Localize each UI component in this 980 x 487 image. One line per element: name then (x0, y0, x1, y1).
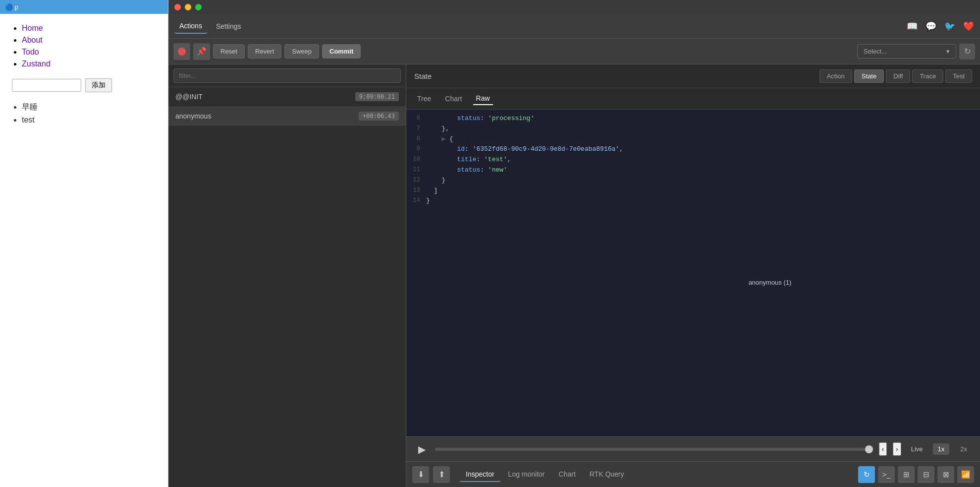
action-name-init: @@INIT (175, 93, 203, 101)
devtools-panel: Actions Settings 📖 💬 🐦 ❤️ 📌 Reset Revert… (168, 0, 980, 487)
app-title: 🔵 p (5, 3, 18, 11)
right-panel: State Action State Diff Trace Test Tree … (406, 64, 980, 487)
right-panel-header: State Action State Diff Trace Test (406, 64, 980, 88)
terminal-icon-button[interactable]: >_ (878, 466, 895, 483)
todo-list: 早睡test (12, 102, 156, 124)
action-time-anonymous: +00:06.43 (359, 112, 399, 121)
select-placeholder: Select... (864, 48, 887, 55)
play-button[interactable]: ▶ (414, 442, 429, 457)
tab-action[interactable]: Action (819, 69, 852, 83)
bottom-tab-rtk-query[interactable]: RTK Query (584, 467, 630, 482)
close-traffic-light[interactable] (174, 4, 181, 10)
maximize-traffic-light[interactable] (195, 4, 202, 10)
filter-bar (168, 64, 406, 87)
view-tab-tree[interactable]: Tree (414, 93, 434, 105)
select-container: Select... ▾ ↻ (857, 44, 975, 60)
nav-link-home[interactable]: Home (22, 24, 43, 32)
live-button[interactable]: Live (907, 443, 927, 455)
code-line-9: 9 id: '6352fd68-90c9-4d20-9e8d-7e0eaba89… (406, 144, 980, 155)
filter-input[interactable] (173, 68, 401, 83)
progress-thumb (865, 445, 873, 453)
add-todo-row: 添加 (12, 78, 156, 92)
commit-button[interactable]: Commit (322, 44, 361, 59)
bottom-tab-inspector[interactable]: Inspector (460, 467, 500, 482)
upload-button[interactable]: ⬆ (433, 466, 450, 483)
action-list: @@INIT 9:09:00.21 anonymous +00:06.43 (168, 64, 406, 487)
code-line-8: 8 ▶ { (406, 134, 980, 145)
add-button[interactable]: 添加 (85, 78, 112, 92)
nav-list: HomeAboutTodoZustand (12, 24, 156, 68)
panel-title: State (414, 72, 432, 80)
action-item-anonymous[interactable]: anonymous +00:06.43 (168, 107, 406, 126)
speed-1x-button[interactable]: 1x (933, 443, 950, 455)
tab-settings[interactable]: Settings (211, 19, 246, 33)
view-tabs: Tree Chart Raw (406, 88, 980, 110)
left-panel: 🔵 p HomeAboutTodoZustand 添加 早睡test (0, 0, 168, 487)
download-button[interactable]: ⬇ (412, 466, 429, 483)
sweep-button[interactable]: Sweep (284, 44, 319, 59)
action-name-anonymous: anonymous (175, 112, 211, 120)
nav-link-todo[interactable]: Todo (22, 48, 39, 56)
action-time-init: 9:09:00.21 (355, 92, 399, 101)
toolbar-icons-right: 📖 💬 🐦 ❤️ (907, 21, 974, 32)
action-bar: 📌 Reset Revert Sweep Commit Select... ▾ … (168, 39, 980, 64)
reset-button[interactable]: Reset (213, 44, 245, 59)
todo-item: 早睡 (22, 102, 156, 113)
chevron-down-icon: ▾ (946, 48, 950, 55)
action-item-init[interactable]: @@INIT 9:09:00.21 (168, 87, 406, 107)
twitter-icon[interactable]: 🐦 (944, 21, 955, 32)
todo-input[interactable] (12, 79, 81, 92)
tab-diff[interactable]: Diff (886, 69, 910, 83)
signal-icon-button[interactable]: 📶 (957, 466, 974, 483)
prev-button[interactable]: ‹ (879, 442, 887, 456)
heart-icon[interactable]: ❤️ (963, 21, 974, 32)
grid2-icon-button[interactable]: ⊟ (918, 466, 934, 483)
record-dot (178, 48, 186, 56)
left-panel-content: HomeAboutTodoZustand 添加 早睡test (0, 14, 168, 137)
tab-actions[interactable]: Actions (174, 19, 207, 34)
code-line-7: 7 }, (406, 124, 980, 134)
grid-icon-button[interactable]: ⊞ (898, 466, 915, 483)
top-toolbar: Actions Settings 📖 💬 🐦 ❤️ (168, 14, 980, 39)
code-view[interactable]: 6 status: 'processing' 7 }, 8 ▶ { 9 id: … (406, 110, 980, 436)
app-header: 🔵 p (0, 0, 168, 14)
code-line-14: 14 } (406, 196, 980, 206)
tab-state[interactable]: State (854, 69, 884, 83)
record-button[interactable] (173, 43, 190, 60)
refresh-button[interactable]: ↻ (959, 44, 975, 60)
minimize-traffic-light[interactable] (185, 4, 191, 10)
main-content: @@INIT 9:09:00.21 anonymous +00:06.43 St… (168, 64, 980, 487)
code-line-6: 6 status: 'processing' (406, 114, 980, 124)
pin-button[interactable]: 📌 (193, 43, 210, 60)
code-line-11: 11 status: 'new' (406, 165, 980, 176)
bottom-tabs: Inspector Log monitor Chart RTK Query (460, 467, 630, 482)
grid3-icon-button[interactable]: ⊠ (937, 466, 954, 483)
code-line-12: 12 } (406, 176, 980, 186)
view-tab-chart[interactable]: Chart (442, 93, 465, 105)
playback-bar: ▶ ‹ › Live 1x 2x (406, 436, 980, 461)
progress-bar[interactable] (435, 448, 873, 451)
nav-link-about[interactable]: About (22, 36, 43, 44)
todo-item: test (22, 116, 156, 124)
refresh-icon-button[interactable]: ↻ (858, 466, 875, 483)
book-icon[interactable]: 📖 (907, 21, 918, 32)
panel-tabs: Action State Diff Trace Test (819, 69, 972, 83)
next-button[interactable]: › (893, 442, 901, 456)
bottom-tab-chart[interactable]: Chart (553, 467, 582, 482)
speed-2x-button[interactable]: 2x (955, 443, 972, 455)
bottom-right-icons: ↻ >_ ⊞ ⊟ ⊠ 📶 (858, 466, 974, 483)
revert-button[interactable]: Revert (248, 44, 281, 59)
tab-trace[interactable]: Trace (912, 69, 943, 83)
nav-link-zustand[interactable]: Zustand (22, 60, 51, 68)
bottom-tab-log-monitor[interactable]: Log monitor (502, 467, 551, 482)
chat-icon[interactable]: 💬 (926, 21, 936, 32)
code-line-10: 10 title: 'test', (406, 155, 980, 165)
tab-test[interactable]: Test (945, 69, 972, 83)
title-bar (168, 0, 980, 14)
select-dropdown[interactable]: Select... ▾ (857, 44, 956, 59)
code-line-13: 13 ] (406, 186, 980, 196)
view-tab-raw[interactable]: Raw (473, 92, 493, 105)
bottom-toolbar: ⬇ ⬆ Inspector Log monitor Chart RTK Quer… (406, 461, 980, 487)
